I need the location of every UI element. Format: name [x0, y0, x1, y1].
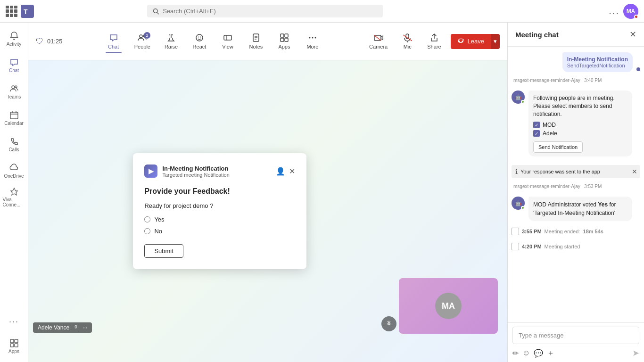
toolbar-react-button[interactable]: React — [186, 30, 213, 52]
radio-no-input[interactable] — [144, 228, 150, 234]
dialog-header-text: In-Meeting Notification Targeted meeting… — [162, 165, 229, 178]
toolbar-view-button[interactable]: View — [215, 30, 241, 52]
sidebar-item-chat[interactable]: Chat — [3, 53, 25, 77]
checkbox-checked-adele — [533, 130, 540, 137]
svg-rect-38 — [75, 325, 77, 328]
sidebar-item-apps[interactable]: Apps — [3, 334, 25, 358]
checkbox-adele[interactable]: Adele — [533, 130, 627, 137]
sidebar-onedrive-label: OneDrive — [4, 173, 24, 179]
user-avatar[interactable]: MA — [623, 4, 638, 19]
attach-icon[interactable]: ＋ — [547, 348, 554, 358]
emoji-icon[interactable]: ☺ — [522, 349, 530, 357]
camera-button[interactable]: Camera — [363, 30, 393, 52]
message-input-placeholder: Type a message — [519, 332, 563, 339]
toolbar-more-button[interactable]: More — [299, 30, 326, 52]
camera-label: Camera — [369, 44, 388, 49]
search-input[interactable] — [163, 8, 377, 15]
react-label: React — [193, 44, 206, 49]
radio-no-label: No — [154, 228, 162, 235]
event-time-1: 3:55 PM — [522, 229, 542, 234]
mic-mute-icon[interactable] — [381, 316, 396, 331]
svg-point-16 — [196, 34, 203, 41]
dialog-header-icons: 👤 ✕ — [276, 167, 295, 176]
radio-no[interactable]: No — [144, 228, 295, 235]
sent-indicator — [636, 67, 640, 71]
sticker-icon[interactable]: 💬 — [534, 349, 543, 358]
toolbar-raise-button[interactable]: Raise — [158, 30, 184, 52]
chat-panel-close-button[interactable]: ✕ — [629, 29, 636, 40]
sidebar-calendar-label: Calendar — [4, 121, 24, 126]
sidebar-teams-label: Teams — [7, 94, 21, 99]
phone-leave-icon — [457, 38, 465, 45]
message-1: In-Meeting Notification SendTargetedNoti… — [512, 52, 640, 72]
apps-icon — [9, 338, 19, 348]
more-options-button[interactable]: ... — [609, 6, 619, 16]
camera-icon — [374, 33, 383, 42]
svg-rect-25 — [281, 34, 284, 37]
bot-avatar-2: 🤖 — [512, 197, 525, 210]
search-bar[interactable] — [147, 5, 383, 17]
dialog-title: In-Meeting Notification — [162, 165, 229, 172]
grid-menu-icon[interactable] — [6, 6, 17, 17]
sidebar-more-button[interactable]: ··· — [3, 309, 25, 334]
message-input[interactable]: Type a message — [512, 327, 639, 344]
mic-button[interactable]: Mic — [397, 30, 418, 52]
msg-meta-5: msgext-message-reminder-Ajay 3:53 PM — [512, 184, 640, 189]
sidebar-item-calendar[interactable]: Calendar — [3, 106, 25, 130]
leave-label: Leave — [468, 38, 484, 45]
toolbar-apps-button[interactable]: Apps — [271, 30, 297, 52]
submit-button[interactable]: Submit — [144, 244, 183, 258]
apps-toolbar-icon — [280, 33, 289, 42]
sidebar-item-activity[interactable]: Activity — [3, 26, 25, 51]
checkbox-mod[interactable]: MOD — [533, 122, 627, 128]
svg-point-31 — [314, 37, 316, 39]
notification-card: Following people are in meeting. Please … — [528, 90, 632, 156]
adele-label: Adele — [543, 130, 557, 137]
radio-yes[interactable]: Yes — [144, 216, 295, 223]
radio-yes-input[interactable] — [144, 216, 150, 222]
send-notification-button[interactable]: Send Notification — [533, 141, 583, 153]
mic-off-icon — [385, 320, 393, 328]
toolbar-notes-button[interactable]: Notes — [243, 30, 269, 52]
top-bar: T ... MA — [0, 0, 644, 23]
toolbar-chat-button[interactable]: Chat — [100, 30, 127, 52]
svg-rect-27 — [281, 38, 284, 41]
dialog-person-icon[interactable]: 👤 — [276, 167, 285, 176]
msg-bubble-1: In-Meeting Notification SendTargetedNoti… — [562, 52, 633, 72]
toolbar-right: Camera Mic Share — [363, 30, 500, 52]
chat-input-area: Type a message ✏ ☺ 💬 ＋ ➤ — [508, 322, 644, 362]
sidebar-item-teams[interactable]: Teams — [3, 79, 25, 104]
mod-label: MOD — [543, 122, 556, 128]
response-banner: ℹ Your response was sent to the app ✕ — [512, 165, 640, 178]
sidebar-item-calls[interactable]: Calls — [3, 132, 25, 156]
chat-icon — [9, 58, 19, 67]
info-icon: ℹ — [515, 168, 518, 175]
format-icon[interactable]: ✏ — [512, 349, 519, 358]
sidebar-item-onedrive[interactable]: OneDrive — [3, 158, 25, 183]
dialog-close-icon[interactable]: ✕ — [289, 167, 295, 176]
cloud-icon — [9, 163, 19, 173]
teams-logo: T — [21, 5, 34, 18]
chat-label: Chat — [108, 44, 119, 49]
leave-button-group: Leave ▾ — [451, 34, 500, 49]
user-options-icon[interactable]: ··· — [83, 324, 87, 331]
radio-yes-label: Yes — [154, 216, 164, 223]
sidebar-calls-label: Calls — [8, 147, 19, 152]
send-button[interactable]: ➤ — [632, 348, 639, 358]
in-meeting-link[interactable]: In-Meeting Notification — [567, 56, 628, 63]
toolbar-people-button[interactable]: People 2 — [129, 30, 156, 52]
share-button[interactable]: Share — [421, 30, 446, 52]
voted-text: MOD Administrator voted Yes for 'Targete… — [533, 201, 616, 216]
event-time-2: 4:20 PM — [522, 244, 542, 249]
send-targeted-link[interactable]: SendTargetedNotification — [567, 63, 628, 68]
leave-chevron-button[interactable]: ▾ — [491, 34, 500, 49]
leave-button[interactable]: Leave — [451, 34, 491, 49]
voted-bubble: MOD Administrator voted Yes for 'Targete… — [528, 197, 632, 221]
raise-label: Raise — [165, 44, 178, 49]
meeting-timer: 🛡 01:25 — [36, 37, 63, 46]
sidebar-item-viva[interactable]: Viva Conne... — [3, 185, 25, 209]
banner-close-button[interactable]: ✕ — [632, 168, 637, 175]
share-label: Share — [427, 44, 441, 49]
svg-point-4 — [12, 86, 15, 89]
notification-dialog: ▶ In-Meeting Notification Targeted meeti… — [133, 153, 306, 269]
